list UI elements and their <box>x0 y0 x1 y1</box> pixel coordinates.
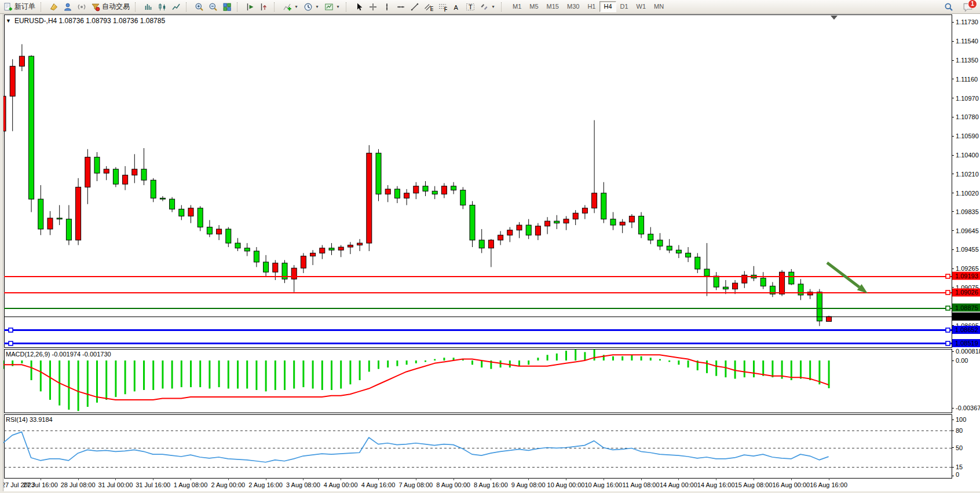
equidistant-channel-button[interactable]: E <box>422 1 436 13</box>
news-signal-button[interactable] <box>75 1 89 13</box>
timeframe-button-d1[interactable]: D1 <box>616 1 632 12</box>
new-order-icon <box>3 2 13 12</box>
toolbar-separator <box>135 2 139 12</box>
templates-button[interactable] <box>322 1 343 13</box>
arrows-button[interactable] <box>477 1 498 13</box>
toolbar-right-cluster: 1 <box>942 1 979 13</box>
rsi-label: RSI(14) 33.9184 <box>6 416 53 423</box>
svg-text:4 Aug 16:00: 4 Aug 16:00 <box>361 481 396 488</box>
support-line-blue-2-handle-left[interactable] <box>9 341 13 345</box>
svg-text:10 Aug 16:00: 10 Aug 16:00 <box>584 481 622 488</box>
chevron-down-icon[interactable] <box>335 4 341 9</box>
zoom-in-button[interactable] <box>192 1 206 13</box>
horizontal-line-button[interactable] <box>394 1 408 13</box>
svg-text:9 Aug 08:00: 9 Aug 08:00 <box>511 481 546 488</box>
fibonacci-button[interactable]: F <box>436 1 449 13</box>
svg-text:31 Jul 00:00: 31 Jul 00:00 <box>98 481 133 488</box>
chevron-down-icon[interactable] <box>491 4 496 9</box>
chart-shift-button[interactable] <box>257 1 271 13</box>
fibo-icon: F <box>438 2 447 12</box>
svg-text:1.09026: 1.09026 <box>955 289 978 296</box>
toolbar-separator <box>346 2 350 12</box>
svg-text:31 Jul 16:00: 31 Jul 16:00 <box>136 481 170 488</box>
support-line-blue-1-handle-right[interactable] <box>946 328 950 332</box>
bar-chart-button[interactable] <box>141 1 155 13</box>
svg-text:1.11160: 1.11160 <box>956 76 978 83</box>
svg-text:A: A <box>454 4 459 11</box>
chart-collapse-icon[interactable] <box>6 18 11 24</box>
svg-text:100: 100 <box>956 416 966 423</box>
chevron-down-icon[interactable] <box>315 4 320 9</box>
svg-text:1.11540: 1.11540 <box>956 38 978 45</box>
timeframe-button-m1[interactable]: M1 <box>509 1 525 12</box>
main-pane[interactable] <box>5 15 952 348</box>
macd-label: MACD(12,26,9) -0.001974 -0.001730 <box>6 351 111 358</box>
toolbar-group <box>192 0 234 13</box>
candlestick-chart-button[interactable] <box>155 1 169 13</box>
resistance-line-1-handle-right[interactable] <box>946 274 950 278</box>
timeframe-button-m30[interactable]: M30 <box>563 1 583 12</box>
svg-text:1.10020: 1.10020 <box>956 190 979 197</box>
chart-shift-icon <box>259 2 269 12</box>
chart-header: EURUSD-,H4 1.08736 1.08793 1.08736 1.087… <box>6 17 165 25</box>
auto-scroll-button[interactable] <box>243 1 257 13</box>
toolbar-group <box>280 0 343 13</box>
svg-text:14 Aug 00:00: 14 Aug 00:00 <box>660 481 697 488</box>
line-chart-button[interactable] <box>169 1 183 13</box>
macd-pane[interactable] <box>5 349 952 413</box>
svg-text:11 Aug 08:00: 11 Aug 08:00 <box>623 481 660 488</box>
zoom-out-button[interactable] <box>206 1 220 13</box>
svg-text:14 Aug 16:00: 14 Aug 16:00 <box>697 481 735 488</box>
svg-text:1.09193: 1.09193 <box>955 273 978 279</box>
rsi-pane[interactable] <box>5 415 952 479</box>
svg-text:1.10970: 1.10970 <box>956 95 979 102</box>
svg-text:1.11730: 1.11730 <box>956 19 978 25</box>
toolbar-group <box>243 0 271 13</box>
indicators-button[interactable] <box>280 1 301 13</box>
search-button[interactable] <box>942 1 956 13</box>
crosshair-button[interactable] <box>366 1 380 13</box>
text-button[interactable]: A <box>449 1 463 13</box>
timeframe-button-m5[interactable]: M5 <box>525 1 542 12</box>
svg-text:0.000818: 0.000818 <box>956 348 980 355</box>
cursor-button[interactable] <box>352 1 366 13</box>
svg-text:1.10400: 1.10400 <box>956 152 979 159</box>
timeframe-button-h1[interactable]: H1 <box>583 1 599 12</box>
timeframe-button-m15[interactable]: M15 <box>543 1 563 12</box>
timeframe-button-h4[interactable]: H4 <box>599 1 616 12</box>
resistance-line-2-handle-right[interactable] <box>946 290 950 295</box>
tile-windows-button[interactable] <box>220 1 234 13</box>
window-left-splitter[interactable] <box>0 13 3 493</box>
svg-text:1.08519: 1.08519 <box>955 340 978 347</box>
publisher-button[interactable] <box>61 1 75 13</box>
svg-text:1 Aug 08:00: 1 Aug 08:00 <box>174 481 208 488</box>
templates-icon <box>324 2 334 12</box>
tile-icon <box>222 2 232 12</box>
styler-button[interactable] <box>47 1 61 13</box>
svg-text:2 Aug 16:00: 2 Aug 16:00 <box>248 481 283 488</box>
publisher-icon <box>63 2 72 12</box>
chart-svg[interactable]: 1.117301.115401.113501.111601.109701.107… <box>0 0 980 493</box>
notification-badge: 1 <box>968 0 977 9</box>
svg-text:-0.003677: -0.003677 <box>956 404 980 411</box>
zoom-out-icon <box>209 2 218 12</box>
support-line-blue-1-handle-left[interactable] <box>9 328 13 332</box>
auto-trading-button[interactable]: 自动交易 <box>89 1 132 13</box>
chart-title-text: EURUSD-,H4 1.08736 1.08793 1.08736 1.087… <box>14 17 165 25</box>
vertical-line-button[interactable] <box>380 1 394 13</box>
timeframe-button-w1[interactable]: W1 <box>632 1 650 12</box>
trendline-button[interactable] <box>408 1 422 13</box>
text-label-button[interactable]: T <box>463 1 477 13</box>
svg-text:16 Aug 16:00: 16 Aug 16:00 <box>810 481 847 488</box>
svg-text:E: E <box>430 5 434 12</box>
notifications-button[interactable]: 1 <box>963 2 973 12</box>
support-line-green-handle-right[interactable] <box>946 306 950 310</box>
new-order-button[interactable]: 新订单 <box>1 1 38 13</box>
svg-text:10 Aug 00:00: 10 Aug 00:00 <box>547 481 585 488</box>
svg-text:50: 50 <box>956 444 963 451</box>
chevron-down-icon[interactable] <box>294 4 299 9</box>
mt4-window: 新订单自动交易EFATM1M5M15M30H1H4D1W1MN1 EURUSD-… <box>0 0 980 493</box>
periods-button[interactable] <box>301 1 322 13</box>
support-line-blue-2-handle-right[interactable] <box>946 341 950 345</box>
timeframe-button-mn[interactable]: MN <box>650 1 668 12</box>
